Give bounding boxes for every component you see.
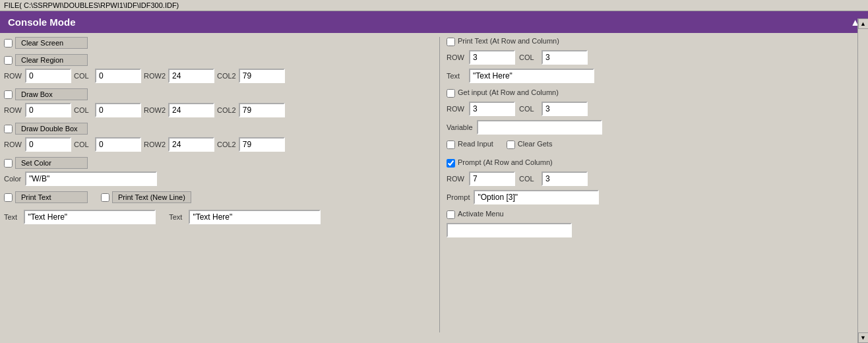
db-col2-input[interactable] <box>239 103 285 117</box>
print-text-newline-checkbox[interactable] <box>101 193 109 202</box>
cr-col2-input[interactable] <box>239 69 285 83</box>
pt-at-fields: ROW COL <box>447 50 864 65</box>
prompt-at-section: Prompt (At Row and Column) ROW COL Promp… <box>447 158 864 204</box>
clear-gets-row: Clear Gets <box>507 140 553 149</box>
print-text-checkbox[interactable] <box>4 193 13 202</box>
console-header: Console Mode ▲ <box>0 11 868 33</box>
pr-prompt-label: Prompt <box>447 193 470 201</box>
draw-box-row: Draw Box <box>4 88 433 100</box>
set-color-section: Set Color Color <box>4 157 433 186</box>
set-color-checkbox[interactable] <box>4 159 13 168</box>
cr-row2-label: ROW2 <box>144 72 166 80</box>
gi-row-label: ROW <box>447 105 465 113</box>
pt-col-label: COL <box>519 53 538 61</box>
print-text-newline-label: Print Text (New Line) <box>112 191 191 203</box>
scroll-up-button[interactable]: ▲ <box>858 18 869 29</box>
activate-menu-input[interactable] <box>447 223 572 237</box>
read-input-section: Read Input Clear Gets <box>447 140 864 153</box>
read-input-label: Read Input <box>458 140 493 148</box>
set-color-row: Set Color <box>4 157 433 169</box>
draw-box-fields: ROW COL ROW2 COL2 <box>4 103 433 117</box>
color-fields: Color <box>4 172 433 186</box>
clear-region-row: Clear Region <box>4 54 433 66</box>
clear-screen-checkbox[interactable] <box>4 39 13 47</box>
ddb-col2-input[interactable] <box>239 137 285 152</box>
scrollbar: ▲ ▼ <box>857 18 868 343</box>
cr-row-input[interactable] <box>25 69 71 83</box>
get-input-checkbox[interactable] <box>447 89 455 98</box>
text-input-right[interactable] <box>189 210 321 224</box>
ddb-col-input[interactable] <box>95 137 141 152</box>
pr-prompt-input[interactable] <box>474 190 599 204</box>
ddb-row2-input[interactable] <box>168 137 214 152</box>
get-input-label: Get input (At Row and Column) <box>458 88 559 96</box>
draw-double-box-fields: ROW COL ROW2 COL2 <box>4 137 433 152</box>
print-text-label: Print Text <box>15 191 88 203</box>
clear-gets-label: Clear Gets <box>518 140 553 148</box>
draw-box-checkbox[interactable] <box>4 90 13 99</box>
print-text-newline-row: Print Text (New Line) <box>101 191 191 203</box>
print-text-at-checkbox[interactable] <box>447 38 455 46</box>
clear-region-checkbox[interactable] <box>4 56 13 65</box>
pr-fields: ROW COL <box>447 172 864 186</box>
activate-menu-section: Activate Menu <box>447 210 864 237</box>
main-content: Clear Screen Clear Region ROW COL ROW2 C… <box>0 33 868 336</box>
activate-menu-row: Activate Menu <box>447 210 864 219</box>
color-input[interactable] <box>25 172 157 186</box>
right-panel: Print Text (At Row and Column) ROW COL T… <box>439 37 864 332</box>
db-col-input[interactable] <box>95 103 141 117</box>
gi-fields: ROW COL <box>447 102 864 116</box>
cr-col-input[interactable] <box>95 69 141 83</box>
read-input-row: Read Input <box>447 140 493 149</box>
ddb-row-label: ROW <box>4 140 22 148</box>
clear-screen-row: Clear Screen <box>4 37 433 49</box>
pr-row-label: ROW <box>447 175 465 183</box>
draw-box-section: Draw Box ROW COL ROW2 COL2 <box>4 88 433 117</box>
pt-text-label: Text <box>447 72 465 80</box>
pr-row-input[interactable] <box>469 172 515 186</box>
ddb-row2-label: ROW2 <box>144 140 166 148</box>
cr-col2-label: COL2 <box>217 72 236 80</box>
pr-col-input[interactable] <box>542 172 588 186</box>
get-input-row: Get input (At Row and Column) <box>447 88 864 98</box>
pr-col-label: COL <box>519 175 538 183</box>
pt-row-input[interactable] <box>469 50 515 65</box>
cr-row-label: ROW <box>4 72 22 80</box>
title-text: FILE( C:\SSRPWI\DOUBLES\RPWI1\IDF\IDF300… <box>4 1 179 9</box>
pt-text-input[interactable] <box>469 69 594 83</box>
text-input-left[interactable] <box>24 210 156 224</box>
read-input-checkbox[interactable] <box>447 140 455 149</box>
ddb-col2-label: COL2 <box>217 140 236 148</box>
gi-col-label: COL <box>519 105 538 113</box>
gi-row-input[interactable] <box>469 102 515 116</box>
print-text-at-section: Print Text (At Row and Column) ROW COL T… <box>447 37 864 83</box>
cr-row2-input[interactable] <box>168 69 214 83</box>
clear-screen-section: Clear Screen <box>4 37 433 49</box>
activate-menu-label: Activate Menu <box>458 210 504 218</box>
ddb-col-label: COL <box>74 140 92 148</box>
db-row2-label: ROW2 <box>144 106 166 114</box>
db-row-input[interactable] <box>25 103 71 117</box>
db-row2-input[interactable] <box>168 103 214 117</box>
pr-prompt-field: Prompt <box>447 190 864 204</box>
clear-gets-checkbox[interactable] <box>507 140 515 149</box>
gi-variable-input[interactable] <box>477 120 602 135</box>
activate-menu-field <box>447 223 864 237</box>
draw-double-box-row: Draw Double Box <box>4 123 433 135</box>
db-col2-label: COL2 <box>217 106 236 114</box>
text-label-right: Text <box>169 213 182 221</box>
draw-double-box-checkbox[interactable] <box>4 125 13 133</box>
clear-region-label: Clear Region <box>15 54 88 66</box>
scroll-track[interactable] <box>859 29 868 332</box>
scroll-down-button[interactable]: ▼ <box>858 332 869 343</box>
gi-col-input[interactable] <box>542 102 588 116</box>
cr-col-label: COL <box>74 72 92 80</box>
pt-text-field: Text <box>447 69 864 83</box>
ddb-row-input[interactable] <box>25 137 71 152</box>
get-input-section: Get input (At Row and Column) ROW COL Va… <box>447 88 864 135</box>
prompt-at-checkbox[interactable] <box>447 159 455 168</box>
draw-box-label: Draw Box <box>15 88 88 100</box>
pt-col-input[interactable] <box>542 50 588 65</box>
gi-variable-field: Variable <box>447 120 864 135</box>
activate-menu-checkbox[interactable] <box>447 210 455 219</box>
